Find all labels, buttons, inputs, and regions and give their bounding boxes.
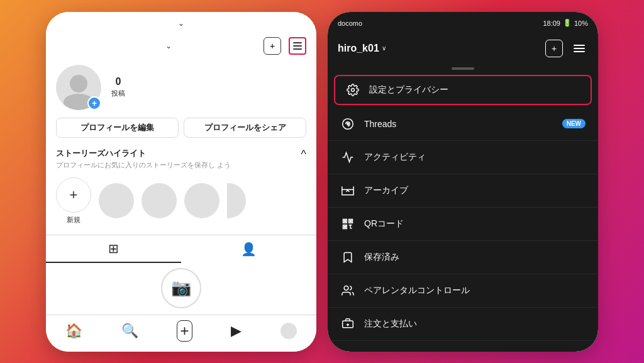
stories-expand-icon[interactable]: ^ [301, 148, 306, 161]
nav-search-icon[interactable]: 🔍 [121, 323, 138, 339]
content-tabs: ⊞ 👤 [46, 235, 316, 263]
highlight-bubble-3[interactable] [184, 183, 219, 218]
nav-home-icon[interactable]: 🏠 [65, 323, 82, 339]
time-label: 18:09 [543, 20, 560, 27]
share-profile-button[interactable]: プロフィールをシェア [184, 118, 306, 138]
chevron-down-icon: ⌄ [165, 42, 172, 50]
menu-item-activity[interactable]: アクティビティ [328, 141, 598, 174]
nav-reels-icon[interactable]: ▶ [231, 323, 242, 339]
tab-tagged[interactable]: 👤 [181, 235, 316, 263]
highlight-bubbles: + 新規 [46, 172, 316, 230]
right-hamburger-icon [574, 45, 585, 52]
chevron-down-white-icon: ∨ [382, 45, 386, 52]
stories-highlight-section: ストーリーズハイライト プロフィールにお気に入りのストーリーズを保存し よう ^ [46, 143, 316, 172]
menu-item-label-threads: Threads [364, 119, 562, 129]
menu-item-label-parental: ペアレンタルコントロール [364, 285, 586, 296]
pull-tab-indicator [452, 67, 474, 70]
svg-point-10 [344, 286, 348, 290]
highlight-bubble-2[interactable] [142, 183, 177, 218]
svg-point-0 [352, 88, 355, 91]
menu-list: 設定とプライバシーThreadsNEWアクティビティアーカイブQRコード保存済み… [328, 72, 598, 352]
left-header-center: ⌄ [165, 42, 172, 50]
saved-icon [340, 250, 355, 265]
menu-item-label-archive: アーカイブ [364, 185, 586, 196]
threads-icon [340, 116, 355, 131]
battery-label: 10% [574, 20, 588, 27]
menu-item-settings[interactable]: 設定とプライバシー [334, 75, 592, 105]
carrier-label: docomo [338, 20, 362, 27]
svg-rect-8 [350, 220, 352, 222]
menu-item-label-activity: アクティビティ [364, 152, 586, 163]
left-header-icons: + [264, 37, 306, 55]
camera-icon: 📷 [171, 278, 191, 298]
menu-item-label-settings: 設定とプライバシー [369, 84, 580, 96]
tab-grid[interactable]: ⊞ [46, 235, 181, 263]
menu-item-orders[interactable]: 注文と支払い [328, 308, 598, 341]
menu-item-parental[interactable]: ペアレンタルコントロール [328, 274, 598, 308]
right-add-button[interactable]: + [545, 40, 563, 57]
add-post-button[interactable]: + [264, 37, 281, 55]
settings-icon [345, 82, 360, 98]
svg-rect-7 [344, 220, 346, 222]
add-photo-button[interactable]: + [87, 96, 101, 110]
left-header: ⌄ + [46, 35, 316, 60]
svg-point-2 [347, 123, 349, 125]
new-highlight-label: 新規 [67, 215, 80, 225]
left-notch: ⌄ [178, 19, 184, 28]
avatar-wrapper: + [56, 65, 101, 110]
person-tag-icon: 👤 [241, 242, 257, 257]
menu-item-saved[interactable]: 保存済み [328, 241, 598, 274]
grid-icon: ⊞ [108, 241, 119, 256]
bottom-nav: 🏠 🔍 + ▶ [46, 315, 316, 352]
parental-icon [340, 283, 355, 298]
svg-rect-9 [344, 226, 346, 228]
right-menu-button[interactable] [570, 40, 588, 57]
new-highlight-button[interactable]: + 新規 [56, 177, 91, 225]
menu-item-label-qr: QRコード [364, 218, 586, 230]
plus-icon: + [270, 41, 275, 51]
menu-item-label-orders: 注文と支払い [364, 318, 586, 330]
battery-icon: 🔋 [563, 19, 572, 27]
left-phone: ⌄ ⌄ + [46, 12, 316, 352]
highlight-bubble-4[interactable] [227, 183, 246, 218]
post-count: 0 [116, 76, 121, 87]
post-stats: 0 投稿 [111, 76, 125, 98]
username-label: hiro_k01 [338, 43, 379, 54]
orders-icon [340, 316, 355, 332]
profile-section: + 0 投稿 [46, 60, 316, 113]
menu-item-meta[interactable]: Meta認証NEW [328, 341, 598, 352]
menu-item-threads[interactable]: ThreadsNEW [328, 108, 598, 141]
activity-icon [340, 150, 355, 165]
nav-add-icon[interactable]: + [177, 320, 192, 342]
left-status-bar: ⌄ [46, 12, 316, 35]
hamburger-icon [293, 42, 302, 50]
status-right: 18:09 🔋 10% [543, 19, 588, 27]
new-highlight-circle: + [56, 177, 91, 213]
archive-icon [340, 183, 355, 198]
menu-button[interactable] [289, 37, 306, 55]
nav-profile-icon[interactable] [280, 323, 297, 339]
stories-title: ストーリーズハイライト [56, 148, 231, 159]
meta-icon [340, 350, 355, 352]
menu-item-qr[interactable]: QRコード [328, 208, 598, 241]
menu-item-archive[interactable]: アーカイブ [328, 174, 598, 208]
highlight-bubble-1[interactable] [99, 183, 134, 218]
post-label: 投稿 [111, 89, 125, 98]
camera-area: 📷 [46, 263, 316, 313]
right-phone: docomo 18:09 🔋 10% hiro_k01 ∨ + [328, 12, 598, 352]
menu-pull-tab [328, 62, 598, 72]
right-header: hiro_k01 ∨ + [328, 35, 598, 62]
edit-profile-button[interactable]: プロフィールを編集 [56, 118, 179, 138]
right-header-icons: + [545, 40, 588, 57]
user-name-row: hiro_k01 ∨ [338, 43, 386, 54]
qr-icon [340, 216, 355, 232]
profile-buttons: プロフィールを編集 プロフィールをシェア [46, 113, 316, 143]
menu-item-label-saved: 保存済み [364, 252, 586, 263]
threads-new-badge: NEW [562, 119, 586, 128]
right-status-bar: docomo 18:09 🔋 10% [328, 12, 598, 35]
camera-button[interactable]: 📷 [161, 268, 201, 308]
stories-desc: プロフィールにお気に入りのストーリーズを保存し よう [56, 160, 231, 170]
